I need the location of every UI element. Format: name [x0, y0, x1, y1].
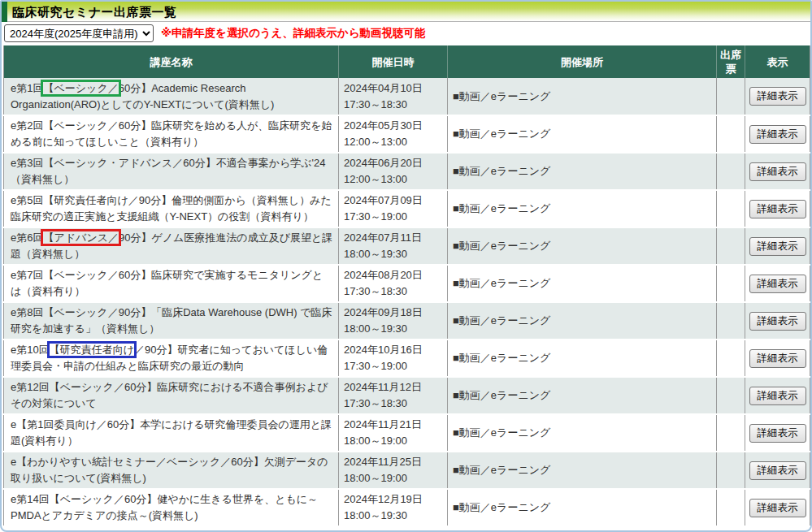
event-time: 18:00～19:30: [344, 321, 444, 337]
course-name-text: e第3回【ベーシック・アドバンス／60分】不適合事案から学ぶ'24（資料無し）: [11, 157, 326, 185]
event-place-cell: ■動画／eラーニング: [448, 302, 717, 340]
event-place-cell: ■動画／eラーニング: [448, 190, 717, 227]
event-datetime-cell: 2024年10月16日17:30～19:00: [339, 340, 448, 377]
event-place-cell: ■動画／eラーニング: [448, 115, 717, 153]
display-cell: 詳細表示: [745, 340, 810, 377]
display-cell: 詳細表示: [745, 190, 810, 227]
course-name-cell: e第3回【ベーシック・アドバンス／60分】不適合事案から学ぶ'24（資料無し）: [4, 153, 339, 190]
detail-view-button[interactable]: 詳細表示: [749, 349, 806, 368]
event-time: 18:00～19:30: [344, 246, 444, 262]
attendance-slip-cell: [717, 452, 745, 489]
controls-row: 2024年度(2025年度申請用) ※申請年度を選択のうえ、詳細表示から動画視聴…: [2, 22, 810, 45]
col-header-place: 開催場所: [448, 45, 717, 78]
detail-view-button[interactable]: 詳細表示: [749, 275, 806, 293]
seminar-table: 講座名称 開催日時 開催場所 出席票 表示 e第1回【ベーシック／60分】Aca…: [3, 45, 810, 527]
seminar-row: e【わかりやすい統計セミナー／ベーシック／60分】欠測データの取り扱いについて(…: [4, 452, 810, 489]
event-datetime-cell: 2024年07月11日18:00～19:30: [339, 227, 448, 265]
detail-view-button[interactable]: 詳細表示: [749, 499, 806, 517]
course-name-cell: e第7回【ベーシック／60分】臨床研究で実施するモニタリングとは（資料有り）: [4, 265, 339, 302]
course-name-text: e第10回: [11, 344, 50, 356]
course-name-text: e第8回【ベーシック／90分】「臨床Data Warehouse (DWH) で…: [11, 306, 332, 335]
display-cell: 詳細表示: [745, 377, 810, 414]
seminar-row: e第3回【ベーシック・アドバンス／60分】不適合事案から学ぶ'24（資料無し）2…: [4, 153, 810, 190]
display-cell: 詳細表示: [745, 302, 810, 340]
detail-view-button[interactable]: 詳細表示: [749, 162, 806, 181]
event-time: 12:00～13:00: [344, 171, 444, 188]
event-datetime-cell: 2024年04月10日17:30～18:30: [339, 78, 448, 115]
seminar-row: e第5回【研究責任者向け／90分】倫理的側面から（資料無し）みた臨床研究の適正実…: [4, 190, 810, 227]
page-title-bar: 臨床研究セミナー出席票一覧: [2, 2, 810, 22]
year-select[interactable]: 2024年度(2025年度申請用): [4, 24, 154, 42]
detail-view-button[interactable]: 詳細表示: [749, 461, 806, 480]
annotation-box-green: 【ベーシック／: [43, 82, 118, 94]
seminar-row: e第1回【ベーシック／60分】Academic Research Organiz…: [4, 78, 810, 115]
event-date: 2024年11月21日: [344, 417, 444, 433]
event-datetime-cell: 2024年11月21日18:00～19:00: [339, 414, 448, 452]
event-date: 2024年11月12日: [344, 379, 444, 396]
annotation-box-blue: 【研究責任者向け: [50, 344, 134, 356]
page: 臨床研究セミナー出席票一覧 2024年度(2025年度申請用) ※申請年度を選択…: [0, 0, 812, 532]
course-name-cell: e第1回【ベーシック／60分】Academic Research Organiz…: [4, 78, 339, 115]
event-date: 2024年06月20日: [344, 155, 444, 171]
attendance-slip-cell: [717, 115, 745, 153]
seminar-row: e第7回【ベーシック／60分】臨床研究で実施するモニタリングとは（資料有り）20…: [4, 265, 810, 302]
display-cell: 詳細表示: [745, 265, 810, 302]
seminar-row: e第8回【ベーシック／90分】「臨床Data Warehouse (DWH) で…: [4, 302, 810, 340]
course-name-text: e第1回: [11, 82, 43, 94]
event-place-cell: ■動画／eラーニング: [448, 377, 717, 414]
display-cell: 詳細表示: [745, 78, 810, 115]
attendance-slip-cell: [717, 227, 745, 265]
course-name-cell: e第6回【アドバンス／90分】ゲノム医療推進法の成立及び展望と課題（資料無し）: [4, 227, 339, 265]
course-name-text: e第12回【ベーシック／60分】臨床研究における不適合事例およびその対策について: [11, 381, 328, 409]
event-datetime-cell: 2024年08月20日17:30～18:30: [339, 265, 448, 302]
detail-view-button[interactable]: 詳細表示: [749, 87, 806, 106]
course-name-text: e第7回【ベーシック／60分】臨床研究で実施するモニタリングとは（資料有り）: [11, 269, 323, 297]
event-place-cell: ■動画／eラーニング: [448, 153, 717, 190]
col-header-course: 講座名称: [4, 45, 339, 78]
seminar-row: e【第1回委員向け／60分】本学における研究倫理委員会の運用と課題(資料有り）2…: [4, 414, 810, 452]
display-cell: 詳細表示: [745, 153, 810, 190]
detail-view-button[interactable]: 詳細表示: [749, 387, 806, 405]
event-place-cell: ■動画／eラーニング: [448, 489, 717, 526]
display-cell: 詳細表示: [745, 414, 810, 452]
note-text: ※申請年度を選択のうえ、詳細表示から動画視聴可能: [161, 26, 426, 41]
event-time: 17:30～18:30: [344, 97, 444, 113]
detail-view-button[interactable]: 詳細表示: [749, 125, 806, 144]
course-name-cell: e第12回【ベーシック／60分】臨床研究における不適合事例およびその対策について: [4, 377, 339, 414]
seminar-table-wrap: 講座名称 開催日時 開催場所 出席票 表示 e第1回【ベーシック／60分】Aca…: [3, 45, 810, 527]
event-date: 2024年04月10日: [344, 80, 444, 97]
event-datetime-cell: 2024年05月30日12:00～13:00: [339, 115, 448, 153]
event-date: 2024年12月19日: [344, 491, 444, 508]
event-date: 2024年09月18日: [344, 305, 444, 321]
attendance-slip-cell: [717, 489, 745, 526]
course-name-cell: e第2回【ベーシック／60分】臨床研究を始める人が、臨床研究を始める前に知ってほ…: [4, 115, 339, 153]
event-time: 17:30～18:30: [344, 283, 444, 300]
course-name-text: e【第1回委員向け／60分】本学における研究倫理委員会の運用と課題(資料有り）: [11, 418, 332, 447]
display-cell: 詳細表示: [745, 452, 810, 489]
course-name-text: e第6回: [11, 231, 43, 244]
detail-view-button[interactable]: 詳細表示: [749, 312, 806, 331]
course-name-text: e第5回【研究責任者向け／90分】倫理的側面から（資料無し）みた臨床研究の適正実…: [11, 194, 332, 223]
event-time: 18:00～19:00: [344, 433, 444, 449]
course-name-text: e第14回【ベーシック／60分】健やかに生きる世界を、ともに～PMDAとアカデミ…: [11, 493, 318, 521]
event-place-cell: ■動画／eラーニング: [448, 227, 717, 265]
detail-view-button[interactable]: 詳細表示: [749, 200, 806, 218]
event-place-cell: ■動画／eラーニング: [448, 414, 717, 452]
event-datetime-cell: 2024年12月19日18:00～19:30: [339, 489, 448, 526]
event-time: 18:00～19:00: [344, 470, 444, 487]
event-datetime-cell: 2024年06月20日12:00～13:00: [339, 153, 448, 190]
attendance-slip-cell: [717, 190, 745, 227]
course-name-cell: e第10回【研究責任者向け／90分】研究者に知っておいてほしい倫理委員会・申請の…: [4, 340, 339, 377]
event-date: 2024年08月20日: [344, 267, 444, 283]
attendance-slip-cell: [717, 302, 745, 340]
attendance-slip-cell: [717, 340, 745, 377]
detail-view-button[interactable]: 詳細表示: [749, 424, 806, 443]
detail-view-button[interactable]: 詳細表示: [749, 237, 806, 256]
col-header-datetime: 開催日時: [339, 45, 448, 78]
attendance-slip-cell: [717, 414, 745, 452]
event-place-cell: ■動画／eラーニング: [448, 78, 717, 115]
event-place-cell: ■動画／eラーニング: [448, 452, 717, 489]
event-datetime-cell: 2024年07月09日17:30～19:00: [339, 190, 448, 227]
seminar-row: e第12回【ベーシック／60分】臨床研究における不適合事例およびその対策について…: [4, 377, 810, 414]
course-name-cell: e第8回【ベーシック／90分】「臨床Data Warehouse (DWH) で…: [4, 302, 339, 340]
